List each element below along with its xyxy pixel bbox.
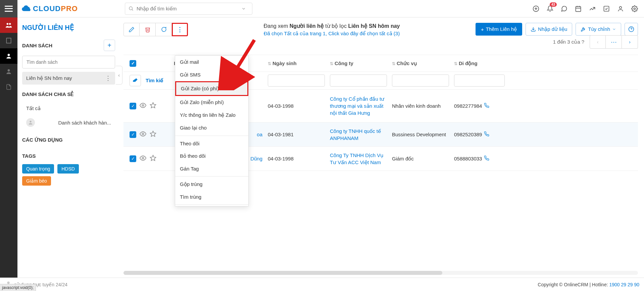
svg-rect-9 (604, 6, 609, 11)
topbar-actions: 43 (533, 5, 644, 12)
global-search[interactable] (125, 3, 252, 15)
reports-icon[interactable] (589, 5, 596, 12)
notification-badge: 43 (550, 2, 557, 7)
svg-line-1 (132, 9, 133, 10)
chevron-down-icon[interactable] (241, 6, 246, 11)
search-icon (129, 6, 134, 11)
logo[interactable]: CLOUDPRO (21, 2, 78, 15)
settings-icon[interactable] (631, 5, 638, 12)
cloud-icon (21, 2, 32, 15)
svg-point-11 (634, 8, 636, 9)
global-search-input[interactable] (137, 6, 241, 11)
chat-icon[interactable] (561, 5, 567, 12)
svg-point-10 (620, 6, 622, 9)
hamburger-menu[interactable] (0, 0, 17, 17)
profile-icon[interactable] (617, 5, 624, 12)
calendar-icon[interactable] (575, 5, 582, 12)
tasks-icon[interactable] (603, 5, 610, 12)
quick-add-icon[interactable] (533, 5, 539, 12)
svg-point-0 (129, 7, 132, 10)
topbar: CLOUDPRO 43 (0, 0, 644, 17)
svg-rect-5 (576, 6, 581, 11)
notifications-icon[interactable]: 43 (547, 5, 553, 12)
